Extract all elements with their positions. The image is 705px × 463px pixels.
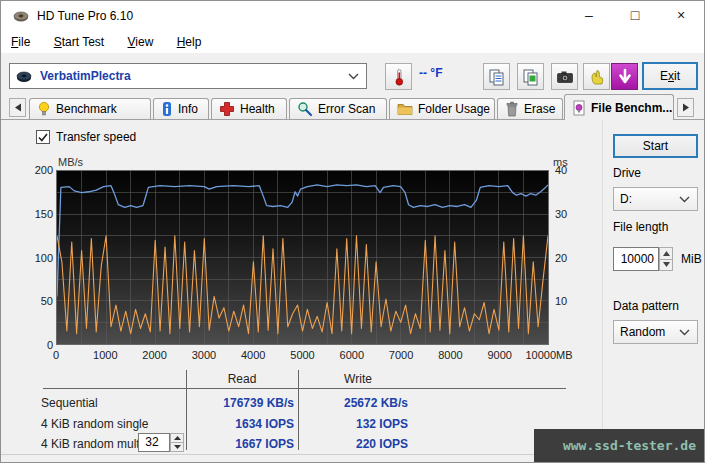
menu-file[interactable]: File [1,31,40,53]
axis-tick-label: 10 [555,295,567,307]
triangle-left-icon [14,103,22,112]
drive-value: D: [620,192,632,206]
toolbar: VerbatimPlectra -- °F [1,53,704,94]
save-results-button[interactable] [611,63,638,90]
tab-erase[interactable]: Erase [497,98,563,119]
stepper-up-icon[interactable] [170,433,184,443]
axis-tick-label: 0 [21,339,53,351]
axis-tick-label: 2000 [142,349,166,361]
file-benchmark-page: Transfer speed MB/s ms 200150100500 4030… [1,119,704,462]
file-bulb-icon [572,100,586,116]
hard-disk-icon [16,68,32,84]
menu-view[interactable]: View [118,31,164,53]
axis-tick-label: 4000 [241,349,265,361]
tab-error-scan[interactable]: Error Scan [289,98,387,119]
drive-dropdown[interactable]: D: [613,187,698,211]
red-cross-icon [219,101,235,117]
temperature-button[interactable] [385,63,412,90]
temperature-readout: -- °F [419,66,442,80]
transfer-speed-checkbox[interactable] [36,130,50,144]
write-column-header: Write [298,372,418,386]
queue-depth-input[interactable]: 32 [138,433,170,452]
thermometer-icon [391,68,407,86]
folder-icon [397,102,413,116]
queue-depth-stepper[interactable] [170,433,184,452]
copy-add-icon [522,68,540,86]
window-title: HD Tune Pro 6.10 [37,1,133,31]
axis-tick-label: 10000MB [525,349,572,361]
axis-tick-label: 3000 [192,349,216,361]
random-multi-write-value: 220 IOPS [298,437,408,451]
transfer-speed-label: Transfer speed [56,130,136,144]
table-header-rule [43,388,566,389]
maximize-button[interactable]: □ [612,1,658,31]
tab-folder-usage[interactable]: Folder Usage [389,98,495,119]
tip-button[interactable] [583,63,610,90]
axis-tick-label: 1000 [93,349,117,361]
camera-icon [556,68,574,86]
row-label-random-multi: 4 KiB random multi [41,437,142,451]
chevron-down-icon [679,329,690,336]
read-column-header: Read [186,372,298,386]
menu-bar: File Start Test View Help [1,31,704,53]
axis-tick-label: 200 [21,164,53,176]
chevron-down-icon [348,73,359,80]
tab-info[interactable]: Info [153,98,209,119]
axis-tick-label: 20 [555,252,567,264]
screenshot-button[interactable] [551,63,578,90]
drive-select-dropdown[interactable]: VerbatimPlectra [9,63,367,89]
download-arrow-icon [616,68,634,86]
axis-tick-label: 30 [555,208,567,220]
tab-file-benchmark[interactable]: File Benchm... [564,94,674,120]
random-single-read-value: 1634 IOPS [186,417,294,431]
triangle-right-icon [682,103,690,112]
file-length-stepper[interactable] [659,247,673,271]
stepper-down-icon[interactable] [170,443,184,452]
stepper-down-icon[interactable] [659,260,673,272]
random-single-write-value: 132 IOPS [298,417,408,431]
minimize-button[interactable]: – [566,1,612,31]
axis-tick-label: 100 [21,252,53,264]
copy-icon [488,68,506,86]
file-length-label: File length [613,220,668,234]
exit-button[interactable]: Exit [642,62,698,90]
stepper-up-icon[interactable] [659,247,673,260]
trash-icon [505,101,519,117]
y-left-axis-title: MB/s [58,156,83,168]
app-window: HD Tune Pro 6.10 – □ × File Start Test V… [0,0,705,463]
panel-divider [602,120,603,451]
copy-image-button[interactable] [517,63,544,90]
tab-scroll-left-button[interactable] [9,98,26,117]
sequential-read-value: 176739 KB/s [186,396,294,410]
lightbulb-icon [37,101,51,117]
tab-benchmark[interactable]: Benchmark [29,98,151,119]
sequential-write-value: 25672 KB/s [298,396,408,410]
info-icon [161,101,173,117]
drive-label: Drive [613,166,641,180]
menu-start-test[interactable]: Start Test [44,31,114,53]
magnifier-icon [297,101,313,117]
axis-tick-label: 5000 [290,349,314,361]
drive-select-value: VerbatimPlectra [40,64,131,88]
axis-tick-label: 9000 [487,349,511,361]
axis-tick-label: 40 [555,164,567,176]
start-button[interactable]: Start [613,134,698,158]
axis-tick-label: 0 [53,349,59,361]
chevron-down-icon [679,196,690,203]
file-length-input[interactable]: 10000 [613,247,659,271]
copy-text-button[interactable] [483,63,510,90]
tab-health[interactable]: Health [211,98,287,119]
axis-tick-label: 8000 [438,349,462,361]
hard-disk-icon [13,8,29,24]
menu-help[interactable]: Help [167,31,212,53]
watermark: www.ssd-tester.de [534,429,704,462]
data-pattern-dropdown[interactable]: Random [613,320,698,344]
benchmark-chart [56,170,549,345]
axis-tick-label: 6000 [340,349,364,361]
close-button[interactable]: × [658,1,704,31]
row-label-random-single: 4 KiB random single [41,417,148,431]
tab-scroll-right-button[interactable] [677,98,694,117]
title-bar: HD Tune Pro 6.10 – □ × [1,1,704,31]
random-multi-read-value: 1667 IOPS [186,437,294,451]
check-icon [38,133,48,142]
